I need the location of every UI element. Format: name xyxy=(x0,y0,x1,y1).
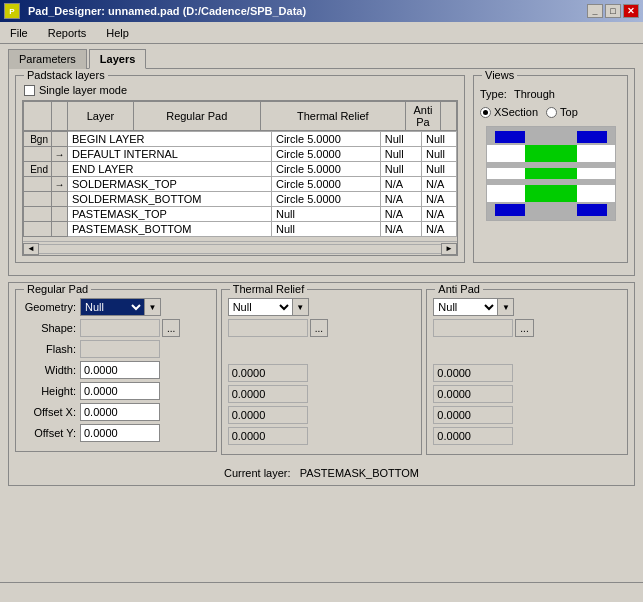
tab-bar: Parameters Layers xyxy=(0,44,643,68)
visual-pad-bottom-left xyxy=(495,204,525,216)
menu-reports[interactable]: Reports xyxy=(42,26,93,40)
height-row: Height: xyxy=(22,382,210,400)
layer-table-container: Layer Regular Pad Thermal Relief Anti Pa… xyxy=(22,100,458,256)
table-row[interactable]: PASTEMASK_BOTTOM Null N/A N/A xyxy=(24,222,457,237)
views-group: Views Type: Through XSection Top xyxy=(473,75,628,263)
antipad-geometry-row: Null ▼ xyxy=(433,298,621,316)
horiz-scroll-track xyxy=(39,244,441,254)
visual-inner-layer-1 xyxy=(487,162,615,168)
tab-parameters[interactable]: Parameters xyxy=(8,49,87,69)
col-header-antipad: Anti Pa xyxy=(406,102,441,131)
horiz-scrollbar[interactable]: ◄ ► xyxy=(23,241,457,255)
single-layer-label: Single layer mode xyxy=(39,84,127,96)
views-radio-group: XSection Top xyxy=(480,106,621,118)
table-row[interactable]: SOLDERMASK_BOTTOM Circle 5.0000 N/A N/A xyxy=(24,192,457,207)
radio-top[interactable]: Top xyxy=(546,106,578,118)
radio-top-btn[interactable] xyxy=(546,107,557,118)
table-row[interactable]: → DEFAULT INTERNAL Circle 5.0000 Null Nu… xyxy=(24,147,457,162)
anti-pad-group: Anti Pad Null ▼ ... xyxy=(426,289,628,455)
scroll-right-btn[interactable]: ► xyxy=(441,243,457,255)
minimize-button[interactable]: _ xyxy=(587,4,603,18)
offsetx-label: Offset X: xyxy=(22,406,80,418)
table-row[interactable]: Bgn BEGIN LAYER Circle 5.0000 Null Null xyxy=(24,132,457,147)
table-row[interactable]: End END LAYER Circle 5.0000 Null Null xyxy=(24,162,457,177)
layer-table-scroll[interactable]: Bgn BEGIN LAYER Circle 5.0000 Null Null … xyxy=(23,131,457,241)
thermal-flash-spacer xyxy=(228,340,416,361)
title-bar: P Pad_Designer: unnamed.pad (D:/Cadence/… xyxy=(0,0,643,22)
regular-pad-width-input[interactable] xyxy=(80,361,160,379)
menu-help[interactable]: Help xyxy=(100,26,135,40)
views-type-label: Type: xyxy=(480,88,507,100)
thermal-relief-geometry-arrow[interactable]: ▼ xyxy=(293,298,309,316)
table-row[interactable]: → SOLDERMASK_TOP Circle 5.0000 N/A N/A xyxy=(24,177,457,192)
current-layer-label: Current layer: xyxy=(224,467,291,479)
table-row[interactable]: PASTEMASK_TOP Null N/A N/A xyxy=(24,207,457,222)
anti-pad-height-input xyxy=(433,385,513,403)
pad-properties-section: Regular Pad Geometry: Null ▼ Shape: ... xyxy=(8,282,635,486)
regular-pad-shape-btn[interactable]: ... xyxy=(162,319,180,337)
regular-pad-offsety-input[interactable] xyxy=(80,424,160,442)
visual-drill-area xyxy=(525,145,577,202)
maximize-button[interactable]: □ xyxy=(605,4,621,18)
regular-pad-geometry-select[interactable]: Null xyxy=(80,298,145,316)
radio-xsection[interactable]: XSection xyxy=(480,106,538,118)
col-header-arrow xyxy=(52,102,68,131)
menu-file[interactable]: File xyxy=(4,26,34,40)
thermal-relief-shape-input xyxy=(228,319,308,337)
scroll-left-btn[interactable]: ◄ xyxy=(23,243,39,255)
layer-table: Layer Regular Pad Thermal Relief Anti Pa xyxy=(23,101,457,131)
views-title: Views xyxy=(482,69,517,81)
thermal-relief-shape-btn[interactable]: ... xyxy=(310,319,328,337)
regular-pad-flash-input xyxy=(80,340,160,358)
col-header-thermal: Thermal Relief xyxy=(260,102,405,131)
col-header-regular-pad: Regular Pad xyxy=(133,102,260,131)
single-layer-row: Single layer mode xyxy=(22,84,458,96)
current-layer-value: PASTEMASK_BOTTOM xyxy=(300,467,419,479)
anti-pad-shape-btn[interactable]: ... xyxy=(515,319,533,337)
thermal-relief-offsetx-input xyxy=(228,406,308,424)
main-content: Padstack layers Single layer mode Layer … xyxy=(0,68,643,494)
anti-pad-shape-input xyxy=(433,319,513,337)
thermal-relief-offsety-input xyxy=(228,427,308,445)
offsetx-row: Offset X: xyxy=(22,403,210,421)
antipad-dropdown-wrapper: Null ▼ xyxy=(433,298,514,316)
thermal-relief-geometry-select[interactable]: Null xyxy=(228,298,293,316)
geometry-label: Geometry: xyxy=(22,301,80,313)
anti-pad-geometry-select[interactable]: Null xyxy=(433,298,498,316)
regular-pad-geometry-arrow[interactable]: ▼ xyxy=(145,298,161,316)
offsety-row: Offset Y: xyxy=(22,424,210,442)
pads-row: Regular Pad Geometry: Null ▼ Shape: ... xyxy=(15,289,628,461)
thermal-relief-height-input xyxy=(228,385,308,403)
menu-bar: File Reports Help xyxy=(0,22,643,44)
radio-xsection-btn[interactable] xyxy=(480,107,491,118)
pad-visual xyxy=(486,126,616,221)
visual-pad-top-left xyxy=(495,131,525,143)
window-title: Pad_Designer: unnamed.pad (D:/Cadence/SP… xyxy=(28,5,306,17)
tab-layers[interactable]: Layers xyxy=(89,49,146,69)
regular-pad-height-input[interactable] xyxy=(80,382,160,400)
shape-label: Shape: xyxy=(22,322,80,334)
views-type-row: Type: Through xyxy=(480,88,621,100)
geometry-dropdown-wrapper: Null ▼ xyxy=(80,298,161,316)
visual-pad-bottom-right xyxy=(577,204,607,216)
thermal-geometry-row: Null ▼ xyxy=(228,298,416,316)
current-layer-row: Current layer: PASTEMASK_BOTTOM xyxy=(15,467,628,479)
close-button[interactable]: ✕ xyxy=(623,4,639,18)
anti-pad-geometry-arrow[interactable]: ▼ xyxy=(498,298,514,316)
regular-pad-group: Regular Pad Geometry: Null ▼ Shape: ... xyxy=(15,289,217,452)
thermal-offsetx-row xyxy=(228,406,416,424)
anti-pad-width-input xyxy=(433,364,513,382)
anti-pad-title: Anti Pad xyxy=(435,283,483,295)
antipad-width-row xyxy=(433,364,621,382)
antipad-offsety-row xyxy=(433,427,621,445)
layer-table-body: Bgn BEGIN LAYER Circle 5.0000 Null Null … xyxy=(23,131,457,237)
single-layer-checkbox[interactable] xyxy=(24,85,35,96)
regular-pad-shape-input xyxy=(80,319,160,337)
visual-inner-layer-2 xyxy=(487,179,615,185)
radio-top-label: Top xyxy=(560,106,578,118)
regular-pad-offsetx-input[interactable] xyxy=(80,403,160,421)
geometry-row: Geometry: Null ▼ xyxy=(22,298,210,316)
thermal-relief-group: Thermal Relief Null ▼ ... xyxy=(221,289,423,455)
status-bar xyxy=(0,582,643,602)
antipad-shape-row: ... xyxy=(433,319,621,337)
